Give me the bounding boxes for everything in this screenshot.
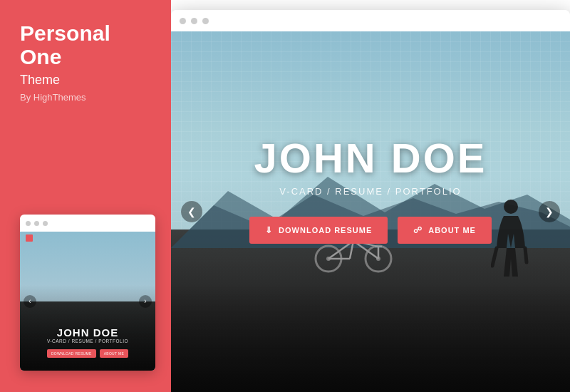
big-prev-arrow[interactable]: ❮ <box>181 201 202 222</box>
theme-title: Personal One <box>20 21 151 68</box>
user-icon: ☍ <box>413 225 423 235</box>
small-favicon-icon <box>26 234 33 242</box>
big-next-arrow[interactable]: ❯ <box>539 201 560 222</box>
small-hero-tagline: V-CARD / RESUME / PORTFOLIO <box>47 339 128 344</box>
small-download-btn[interactable]: DOWNLOAD RESUME <box>47 349 96 358</box>
small-prev-arrow[interactable]: ‹ <box>24 295 36 308</box>
small-next-arrow[interactable]: › <box>139 295 152 308</box>
about-me-label: ABOUT ME <box>428 226 476 234</box>
hero-name: JOHN DOE <box>249 138 492 179</box>
svg-line-18 <box>525 248 527 262</box>
small-preview-body: JOHN DOE V-CARD / RESUME / PORTFOLIO DOW… <box>20 232 155 371</box>
svg-line-17 <box>492 248 497 266</box>
theme-author: By HighThemes <box>20 92 151 103</box>
left-panel: Personal One Theme By HighThemes JOHN DO… <box>0 0 171 392</box>
small-about-btn[interactable]: ABOUT ME <box>100 349 128 358</box>
big-preview-body: JOHN DOE V-CARD / RESUME / PORTFOLIO ⇓ D… <box>171 31 570 392</box>
small-preview-card: JOHN DOE V-CARD / RESUME / PORTFOLIO DOW… <box>20 215 155 371</box>
hero-content: JOHN DOE V-CARD / RESUME / PORTFOLIO ⇓ D… <box>249 138 492 244</box>
dot-3 <box>43 221 48 226</box>
download-icon: ⇓ <box>265 225 273 235</box>
dot-1 <box>26 221 31 226</box>
about-me-button[interactable]: ☍ ABOUT ME <box>398 217 492 244</box>
download-resume-label: DOWNLOAD RESUME <box>279 226 372 234</box>
big-dot-3 <box>202 18 209 24</box>
big-titlebar <box>171 10 570 31</box>
theme-subtitle: Theme <box>20 73 151 88</box>
svg-point-16 <box>504 200 518 214</box>
download-resume-button[interactable]: ⇓ DOWNLOAD RESUME <box>249 217 388 244</box>
person-silhouette <box>491 198 530 291</box>
small-hero-name: JOHN DOE <box>47 326 128 339</box>
small-buttons: DOWNLOAD RESUME ABOUT ME <box>47 349 128 358</box>
big-dot-2 <box>191 18 197 24</box>
big-preview-card: JOHN DOE V-CARD / RESUME / PORTFOLIO ⇓ D… <box>171 10 570 392</box>
big-dot-1 <box>180 18 186 24</box>
hero-buttons: ⇓ DOWNLOAD RESUME ☍ ABOUT ME <box>249 217 492 244</box>
small-titlebar <box>20 215 155 232</box>
hero-tagline: V-CARD / RESUME / PORTFOLIO <box>249 186 492 197</box>
dot-2 <box>34 221 39 226</box>
right-panel: JOHN DOE V-CARD / RESUME / PORTFOLIO ⇓ D… <box>171 0 570 392</box>
small-hero-text: JOHN DOE V-CARD / RESUME / PORTFOLIO <box>47 326 128 349</box>
